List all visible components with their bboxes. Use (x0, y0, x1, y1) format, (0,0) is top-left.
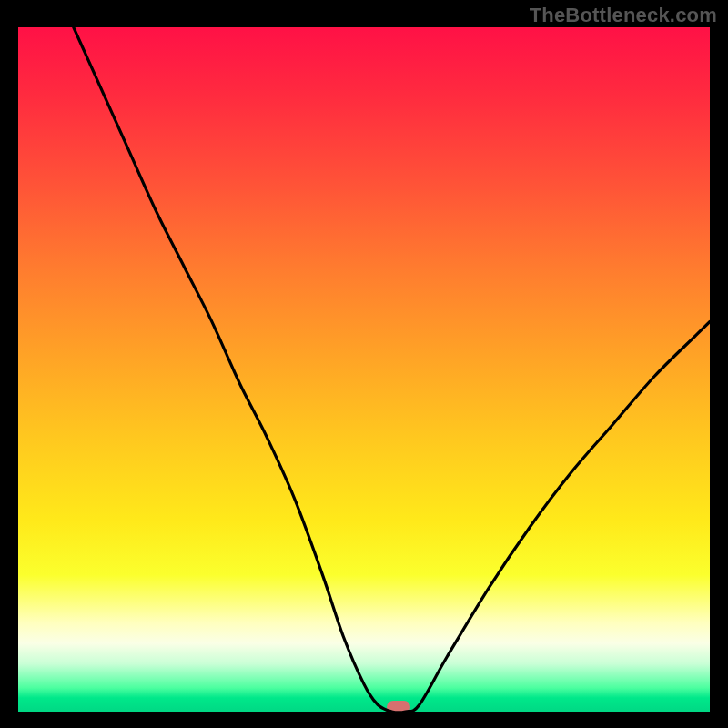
chart-frame: TheBottleneck.com (0, 0, 728, 728)
watermark-label: TheBottleneck.com (530, 4, 717, 27)
bottleneck-curve (18, 27, 710, 712)
curve-path (74, 27, 710, 712)
plot-area (18, 27, 710, 712)
